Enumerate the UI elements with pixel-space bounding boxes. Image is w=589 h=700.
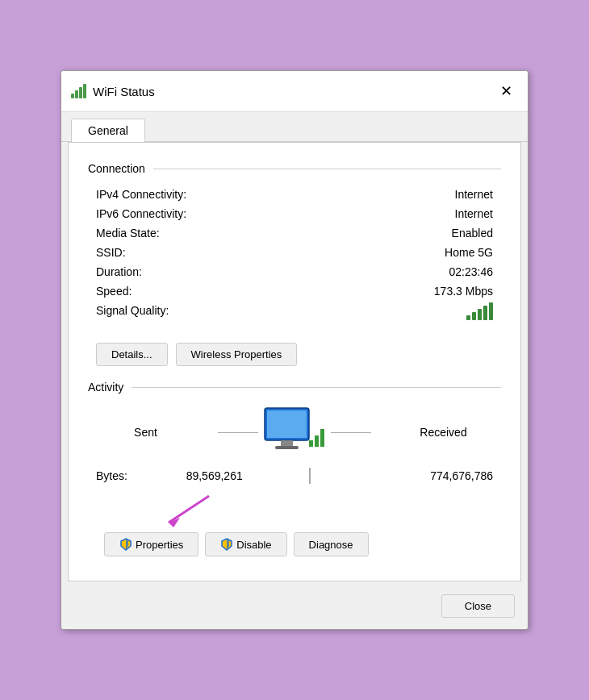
duration-label: Duration: — [96, 265, 142, 278]
purple-arrow-icon — [144, 492, 241, 527]
properties-label: Properties — [136, 539, 183, 551]
sent-line — [218, 432, 258, 433]
ipv6-label: IPv6 Connectivity: — [96, 207, 186, 220]
svg-rect-5 — [315, 435, 319, 447]
bytes-row: Bytes: 89,569,261 774,676,786 — [96, 468, 493, 492]
signal-quality-value — [466, 304, 493, 320]
connection-info-table: IPv4 Connectivity: Internet IPv6 Connect… — [88, 185, 501, 323]
disable-button[interactable]: Disable — [205, 532, 286, 556]
ipv6-row: IPv6 Connectivity: Internet — [96, 204, 493, 223]
speed-row: Speed: 173.3 Mbps — [96, 281, 493, 301]
shield-disable-icon — [220, 538, 233, 551]
svg-rect-1 — [267, 410, 307, 438]
arrow-annotation — [96, 492, 493, 527]
speed-value: 173.3 Mbps — [434, 285, 493, 298]
footer: Close — [61, 588, 528, 629]
ssid-label: SSID: — [96, 246, 126, 259]
bottom-buttons: Properties Disable Diagnose — [96, 527, 493, 565]
tab-bar: General — [61, 112, 528, 142]
close-icon[interactable]: ✕ — [494, 79, 518, 103]
ipv4-value: Internet — [455, 188, 493, 201]
footer-close-button[interactable]: Close — [441, 594, 515, 618]
signal-quality-row: Signal Quality: — [96, 301, 493, 323]
svg-rect-3 — [275, 446, 299, 449]
shield-icon — [119, 538, 132, 551]
svg-rect-4 — [309, 440, 313, 447]
details-button[interactable]: Details... — [96, 343, 168, 366]
diagnose-button[interactable]: Diagnose — [294, 532, 369, 556]
media-state-value: Enabled — [452, 227, 493, 240]
speed-label: Speed: — [96, 285, 132, 298]
wireless-properties-button[interactable]: Wireless Properties — [176, 343, 298, 366]
main-content: Connection IPv4 Connectivity: Internet I… — [68, 142, 521, 581]
connection-buttons: Details... Wireless Properties — [88, 336, 501, 373]
wifi-status-dialog: WiFi Status ✕ General Connection IPv4 Co… — [61, 70, 528, 630]
activity-section-header: Activity — [88, 381, 501, 394]
title-bar: WiFi Status ✕ — [61, 71, 528, 112]
ssid-value: Home 5G — [445, 246, 493, 259]
connection-title: Connection — [88, 162, 145, 175]
bytes-sent-value: 89,569,261 — [127, 469, 302, 482]
media-state-row: Media State: Enabled — [96, 223, 493, 243]
activity-title: Activity — [88, 381, 123, 394]
wifi-status-icon — [71, 84, 86, 98]
dialog-title: WiFi Status — [93, 85, 487, 98]
bytes-divider — [309, 468, 311, 484]
svg-rect-2 — [281, 440, 293, 446]
sent-label: Sent — [134, 426, 157, 439]
bytes-label: Bytes: — [96, 469, 127, 482]
signal-quality-label: Signal Quality: — [96, 304, 169, 320]
ipv4-label: IPv4 Connectivity: — [96, 188, 186, 201]
disable-label: Disable — [236, 539, 271, 551]
activity-content: Sent — [88, 403, 501, 565]
ssid-row: SSID: Home 5G — [96, 243, 493, 262]
received-label: Received — [420, 426, 466, 439]
bytes-received-value: 774,676,786 — [319, 469, 493, 482]
network-computer-icon — [258, 403, 331, 461]
media-state-label: Media State: — [96, 227, 160, 240]
properties-button[interactable]: Properties — [104, 532, 198, 556]
svg-line-7 — [169, 496, 209, 523]
tab-general[interactable]: General — [71, 119, 145, 142]
duration-value: 02:23:46 — [449, 265, 494, 278]
connection-section-header: Connection — [88, 162, 501, 175]
ipv4-row: IPv4 Connectivity: Internet — [96, 185, 493, 204]
activity-divider — [132, 387, 501, 388]
recv-line — [331, 432, 371, 433]
duration-row: Duration: 02:23:46 — [96, 262, 493, 281]
svg-rect-6 — [320, 429, 324, 447]
ipv6-value: Internet — [455, 207, 493, 220]
connection-divider — [153, 169, 501, 169]
signal-quality-icon — [466, 304, 493, 320]
